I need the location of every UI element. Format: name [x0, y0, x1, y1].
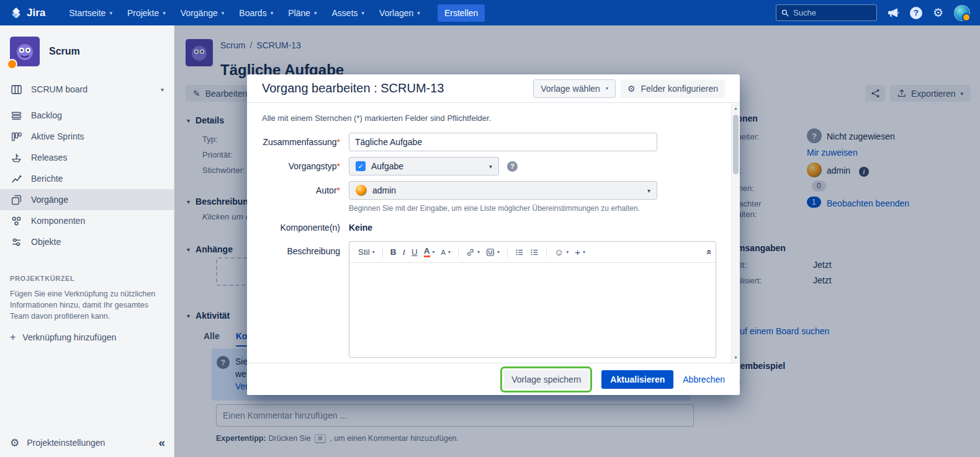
nav-item-projekte[interactable]: Projekte ▾	[120, 0, 173, 25]
admin-settings-button[interactable]: ⚙	[933, 7, 943, 19]
collapse-sidebar-button[interactable]: «	[158, 436, 164, 450]
editor-content-area[interactable]	[349, 263, 716, 357]
chevron-down-icon: ▾	[222, 10, 225, 16]
emoji-icon: ☺	[554, 247, 564, 257]
issuetype-row: Vorgangstyp* ✓ Aufgabe ▾ ?	[262, 157, 716, 175]
sidebar-item-label: Vorgänge	[31, 195, 68, 205]
components-label: Komponente(n)	[262, 223, 340, 233]
attach-button[interactable]: ▾	[483, 246, 503, 259]
save-template-highlight: Vorlage speichern	[500, 366, 592, 393]
issuetype-label: Vorgangstyp*	[262, 161, 340, 171]
sidebar-item-berichte[interactable]: Berichte	[0, 168, 174, 189]
numbered-list-button[interactable]	[527, 246, 542, 259]
sidebar-item-vorgaenge[interactable]: Vorgänge	[0, 189, 174, 210]
dialog-header: Vorgang bearbeiten : SCRUM-13 Vorlage wä…	[247, 74, 740, 103]
cancel-button[interactable]: Abbrechen	[683, 375, 725, 384]
project-settings-link[interactable]: Projekteinstellungen	[27, 438, 105, 448]
chevron-down-icon: ▾	[647, 187, 650, 194]
scrollbar-thumb[interactable]	[733, 115, 739, 174]
dialog-title: Vorgang bearbeiten : SCRUM-13	[262, 81, 528, 95]
attachment-icon	[486, 248, 495, 257]
nav-item-assets[interactable]: Assets ▾	[325, 0, 372, 25]
check-icon: ✓	[357, 162, 363, 171]
description-editor[interactable]: Stil ▾ B I U A ▾ A ▾	[349, 241, 716, 358]
nav-item-boards[interactable]: Boards ▾	[232, 0, 281, 25]
megaphone-icon	[888, 7, 899, 18]
chevron-down-icon: ▾	[566, 249, 569, 255]
jira-logo[interactable]: Jira	[10, 7, 45, 19]
sidebar-item-label: SCRUM board	[31, 84, 88, 94]
global-search[interactable]	[776, 4, 877, 21]
text-color-button[interactable]: A ▾	[421, 245, 438, 259]
sidebar-item-releases[interactable]: Releases	[0, 147, 174, 168]
sidebar-item-label: Backlog	[31, 110, 62, 120]
emoji-button[interactable]: ☺ ▾	[551, 245, 572, 259]
link-button[interactable]: ▾	[463, 246, 483, 259]
collapse-toolbar-button[interactable]: »	[702, 249, 713, 254]
sidebar-item-scrum-board[interactable]: SCRUM board ▾	[0, 79, 174, 100]
issues-icon	[10, 195, 22, 205]
nav-item-vorlagen[interactable]: Vorlagen ▾	[372, 0, 428, 25]
top-navigation: Jira Startseite ▾ Projekte ▾ Vorgänge ▾ …	[0, 0, 980, 25]
project-avatar[interactable]	[10, 37, 40, 66]
sprints-icon	[10, 131, 22, 142]
task-type-icon: ✓	[356, 161, 366, 171]
text-color-icon: A	[424, 247, 430, 257]
more-formatting-button[interactable]: A ▾	[438, 247, 454, 258]
add-shortcut-label: Verknüpfung hinzufügen	[22, 332, 116, 342]
configure-fields-button[interactable]: ⚙ Felder konfigurieren	[621, 79, 725, 98]
reports-icon	[10, 174, 22, 184]
chevron-down-icon: ▾	[161, 86, 164, 93]
text-styles-icon: A	[441, 249, 446, 256]
save-template-button[interactable]: Vorlage speichern	[504, 370, 588, 389]
sidebar-item-aktive-sprints[interactable]: Aktive Sprints	[0, 126, 174, 147]
chevron-down-icon: ▾	[163, 10, 166, 16]
author-select[interactable]: admin ▾	[349, 181, 657, 200]
user-avatar[interactable]	[954, 5, 970, 21]
sidebar-item-label: Releases	[31, 153, 67, 162]
insert-more-button[interactable]: + ▾	[572, 245, 588, 259]
chevron-down-icon: ▾	[433, 249, 435, 255]
nav-item-startseite[interactable]: Startseite ▾	[61, 0, 120, 25]
project-name: Scrum	[49, 46, 80, 57]
nav-item-vorgaenge[interactable]: Vorgänge ▾	[173, 0, 232, 25]
sidebar-item-komponenten[interactable]: Komponenten	[0, 210, 174, 231]
update-button[interactable]: Aktualisieren	[601, 370, 673, 389]
underline-button[interactable]: U	[408, 246, 421, 259]
author-label-text: Autor	[316, 185, 336, 195]
create-button[interactable]: Erstellen	[438, 4, 485, 22]
scroll-down-icon[interactable]: ▼	[732, 355, 740, 360]
choose-template-button[interactable]: Vorlage wählen ▾	[533, 79, 616, 98]
nav-item-label: Vorgänge	[181, 8, 218, 18]
bold-button[interactable]: B	[387, 246, 400, 259]
bullet-list-button[interactable]	[512, 246, 527, 259]
components-icon	[10, 216, 22, 226]
issuetype-value: Aufgabe	[371, 161, 403, 171]
nav-item-label: Assets	[332, 8, 358, 18]
sidebar-item-backlog[interactable]: Backlog	[0, 105, 174, 126]
issuetype-help-icon[interactable]: ?	[507, 161, 518, 172]
summary-input[interactable]	[349, 133, 657, 151]
configure-fields-label: Felder konfigurieren	[641, 84, 718, 94]
help-button[interactable]: ?	[910, 7, 922, 19]
required-asterisk: *	[337, 161, 340, 171]
dialog-scrollbar[interactable]: ▲ ▼	[731, 104, 740, 362]
announcements-button[interactable]	[888, 7, 899, 18]
add-shortcut-button[interactable]: + Verknüpfung hinzufügen	[10, 332, 164, 343]
sidebar-item-label: Aktive Sprints	[31, 131, 84, 141]
description-row: Beschreibung Stil ▾ B I U A ▾	[262, 241, 716, 358]
required-asterisk: *	[337, 185, 340, 195]
style-dropdown[interactable]: Stil ▾	[355, 246, 378, 259]
jira-logo-icon	[10, 7, 22, 19]
italic-button[interactable]: I	[400, 246, 409, 259]
style-dropdown-label: Stil	[358, 247, 370, 257]
scroll-up-icon[interactable]: ▲	[732, 106, 740, 110]
nav-item-plaene[interactable]: Pläne ▾	[281, 0, 324, 25]
author-mini-avatar	[356, 185, 367, 196]
edit-issue-dialog: Vorgang bearbeiten : SCRUM-13 Vorlage wä…	[247, 74, 740, 395]
search-input[interactable]	[793, 8, 871, 17]
issuetype-select[interactable]: ✓ Aufgabe ▾	[349, 157, 499, 175]
project-sidebar: Scrum SCRUM board ▾ Backlog Aktive Sprin…	[0, 25, 174, 457]
project-avatar-badge	[7, 59, 17, 69]
sidebar-item-objekte[interactable]: Objekte	[0, 231, 174, 252]
